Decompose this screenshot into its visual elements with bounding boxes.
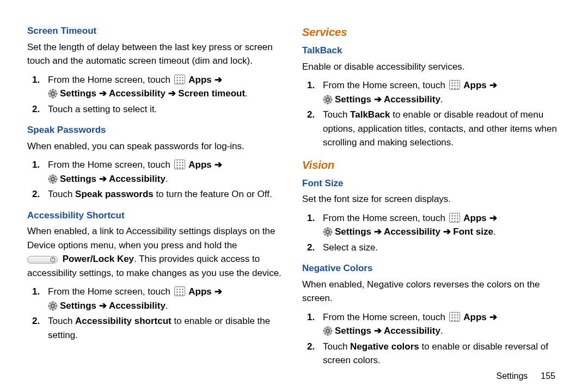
settings-label: Settings [335, 326, 371, 336]
step-text: From the Home screen, touch [48, 75, 173, 85]
t: Touch [48, 189, 75, 199]
step: Touch TalkBack to enable or disable read… [317, 108, 561, 150]
arrow: ➔ [166, 88, 178, 99]
manual-page: Screen Timeout Set the length of delay b… [0, 0, 588, 392]
settings-label: Settings [60, 301, 96, 311]
step: From the Home screen, touch Apps ➔ Setti… [42, 158, 286, 186]
step: From the Home screen, touch Apps ➔ Setti… [317, 78, 561, 106]
accessibility-label: Accessibility [109, 174, 166, 184]
footer-label: Settings [496, 371, 528, 381]
step: Touch Speak passwords to turn the featur… [42, 187, 286, 201]
heading-font-size: Font Size [302, 176, 561, 191]
steps-negative-colors: From the Home screen, touch Apps ➔ Setti… [302, 309, 561, 369]
steps-speak-passwords: From the Home screen, touch Apps ➔ Setti… [27, 156, 286, 203]
arrow: ➔ [371, 326, 384, 336]
accessibility-label: Accessibility [109, 88, 166, 99]
heading-vision: Vision [302, 157, 561, 173]
power-key-icon [27, 256, 58, 264]
step: From the Home screen, touch Apps ➔ Setti… [42, 285, 286, 313]
desc-speak-passwords: When enabled, you can speak passwords fo… [27, 139, 286, 154]
arrow: ➔ [212, 160, 222, 170]
desc-screen-timeout: Set the length of delay between the last… [27, 40, 286, 68]
apps-icon [174, 286, 185, 296]
arrow: ➔ [96, 88, 109, 99]
t: Touch [48, 316, 75, 326]
gear-icon [48, 89, 58, 99]
heading-accessibility-shortcut: Accessibility Shortcut [27, 209, 286, 223]
arrow: ➔ [487, 312, 497, 322]
apps-label: Apps [463, 80, 487, 90]
t-bold: TalkBack [350, 109, 390, 120]
settings-label: Settings [60, 88, 96, 99]
left-column: Screen Timeout Set the length of delay b… [27, 22, 286, 381]
gear-icon [323, 227, 333, 237]
apps-label: Apps [188, 75, 212, 85]
gear-icon [48, 174, 58, 184]
t: Touch [323, 341, 350, 352]
step-text: From the Home screen, touch [323, 312, 448, 322]
accessibility-label: Accessibility [384, 226, 440, 237]
arrow: ➔ [212, 75, 222, 85]
step: Touch a setting to select it. [42, 102, 286, 117]
step: Select a size. [317, 241, 561, 255]
t-bold: Accessibility shortcut [75, 316, 171, 326]
steps-screen-timeout: From the Home screen, touch Apps ➔ Setti… [27, 71, 286, 118]
arrow: ➔ [371, 226, 384, 237]
step-text: From the Home screen, touch [323, 80, 448, 90]
apps-label: Apps [188, 286, 212, 297]
arrow: ➔ [96, 174, 109, 184]
settings-label: Settings [335, 94, 371, 105]
path-tail: Screen timeout [178, 88, 245, 99]
t: When enabled, a link to Accessibility se… [27, 226, 275, 250]
desc-accessibility-shortcut: When enabled, a link to Accessibility se… [27, 224, 286, 280]
apps-icon [449, 213, 460, 223]
heading-talkback: TalkBack [302, 44, 561, 58]
steps-talkback: From the Home screen, touch Apps ➔ Setti… [302, 77, 561, 151]
footer-page-number: 155 [541, 371, 555, 381]
arrow: ➔ [487, 80, 497, 90]
t: Touch [323, 109, 350, 120]
arrow: ➔ [96, 301, 109, 311]
path-tail: Font size [453, 226, 493, 237]
heading-services: Services [302, 24, 561, 40]
gear-icon [48, 301, 58, 311]
steps-font-size: From the Home screen, touch Apps ➔ Setti… [302, 210, 561, 256]
apps-icon [449, 312, 460, 322]
t-bold: Speak passwords [75, 189, 154, 199]
arrow: ➔ [371, 94, 384, 105]
t-bold: Negative colors [350, 341, 419, 352]
heading-negative-colors: Negative Colors [302, 261, 561, 275]
arrow: ➔ [440, 226, 453, 237]
arrow: ➔ [487, 213, 497, 223]
settings-label: Settings [335, 226, 371, 237]
desc-font-size: Set the font size for screen displays. [302, 192, 561, 206]
desc-talkback: Enable or disable accessibility services… [302, 60, 561, 74]
step: Touch Accessibility shortcut to enable o… [42, 314, 286, 342]
arrow: ➔ [212, 286, 222, 297]
steps-accessibility-shortcut: From the Home screen, touch Apps ➔ Setti… [27, 283, 286, 344]
page-footer: Settings155 [496, 371, 555, 381]
apps-icon [174, 75, 185, 84]
apps-label: Apps [463, 213, 487, 223]
step: From the Home screen, touch Apps ➔ Setti… [317, 310, 561, 338]
desc-negative-colors: When enabled, Negative colors reverses t… [302, 278, 561, 305]
apps-icon [174, 160, 185, 169]
step-text: From the Home screen, touch [323, 213, 448, 223]
power-key-label: Power/Lock Key [63, 254, 134, 264]
apps-icon [449, 80, 460, 90]
right-column: Services TalkBack Enable or disable acce… [302, 22, 561, 381]
accessibility-label: Accessibility [384, 94, 440, 105]
step: From the Home screen, touch Apps ➔ Setti… [317, 211, 561, 239]
apps-label: Apps [188, 160, 212, 170]
step-text: From the Home screen, touch [48, 160, 173, 170]
heading-screen-timeout: Screen Timeout [27, 24, 286, 38]
step: Touch Negative colors to enable or disab… [317, 340, 561, 367]
step-text: From the Home screen, touch [48, 286, 173, 297]
settings-label: Settings [60, 174, 96, 184]
heading-speak-passwords: Speak Passwords [27, 123, 286, 137]
apps-label: Apps [463, 312, 487, 322]
gear-icon [323, 326, 333, 336]
t: to turn the feature On or Off. [154, 189, 272, 199]
accessibility-label: Accessibility [109, 301, 166, 311]
gear-icon [323, 95, 333, 105]
